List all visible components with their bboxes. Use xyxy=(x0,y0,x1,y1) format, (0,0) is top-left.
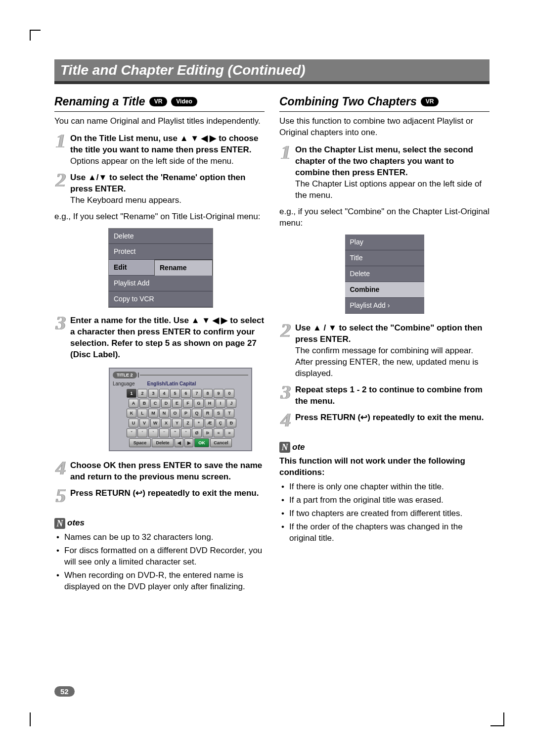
keyboard-key: O xyxy=(170,409,180,418)
left-heading: Renaming a Title xyxy=(54,94,145,109)
keyboard-title-underline xyxy=(140,375,248,376)
right-step-1-after: e.g., if you select "Combine" on the Cha… xyxy=(279,206,490,229)
note-item: Names can be up to 32 characters long. xyxy=(56,532,265,543)
keyboard-key: I xyxy=(216,399,225,408)
keyboard-cursor: | xyxy=(138,372,139,378)
keyboard-ok: OK xyxy=(194,438,209,447)
menu-item: Protect xyxy=(109,244,213,260)
keyboard-key: L xyxy=(137,409,147,418)
page-number: 52 xyxy=(54,686,75,697)
keyboard-key: 5 xyxy=(170,389,180,398)
left-intro: You can name Original and Playlist title… xyxy=(54,116,265,127)
badge-vr: VR xyxy=(421,97,439,106)
menu-item: Playlist Add › xyxy=(345,298,424,314)
keyboard-row: ABCDEFGHIJ xyxy=(117,399,248,408)
keyboard-key: Q xyxy=(192,409,202,418)
onscreen-keyboard: TITLE 2 | Language English/Latin Capital… xyxy=(109,368,252,452)
step-bold: Repeat steps 1 - 2 to continue to combin… xyxy=(295,385,483,406)
left-step-5: 5 Press RETURN (↩) repeatedly to exit th… xyxy=(54,488,265,504)
step-bold: On the Chapter List menu, select the sec… xyxy=(295,145,473,177)
keyboard-key: 4 xyxy=(159,389,169,398)
keyboard-key: G xyxy=(194,399,204,408)
keyboard-key: J xyxy=(226,399,236,408)
note-item: If the order of the chapters was changed… xyxy=(281,521,490,544)
note-icon: N xyxy=(279,442,290,453)
keyboard-right-arrow: ▶ xyxy=(184,438,193,447)
keyboard-key: D xyxy=(161,399,171,408)
page-title-bar: Title and Chapter Editing (Continued) xyxy=(54,59,490,84)
right-step-2: 2 Use ▲ / ▼ to select the "Combine" opti… xyxy=(279,323,490,379)
keyboard-key: C xyxy=(150,399,160,408)
note-item: When recording on DVD-R, the entered nam… xyxy=(56,570,265,593)
menu-item: Copy to VCR xyxy=(109,291,213,307)
keyboard-key: X xyxy=(161,419,171,427)
keyboard-row: KLMNOPQRST xyxy=(113,409,248,418)
left-step-2-after: e.g., If you select "Rename" on Title Li… xyxy=(54,211,265,223)
left-step-2: 2 Use ▲/▼ to select the 'Rename' option … xyxy=(54,172,265,206)
keyboard-key: K xyxy=(127,409,136,418)
right-note-intro: This function will not work under the fo… xyxy=(279,456,490,478)
keyboard-key: ¨ xyxy=(159,428,169,437)
keyboard-delete: Delete xyxy=(152,438,174,447)
menu-item-selected: Combine xyxy=(345,282,424,298)
step-number: 1 xyxy=(54,133,67,167)
right-step-4: 4 Press RETURN (↩) repeatedly to exit th… xyxy=(279,412,490,428)
keyboard-key: 6 xyxy=(181,389,191,398)
combine-context-menu: Play Title Delete Combine Playlist Add › xyxy=(345,235,424,313)
keyboard-key: ´ xyxy=(137,428,147,437)
keyboard-key: 1 xyxy=(127,389,136,398)
keyboard-key: 2 xyxy=(137,389,147,398)
step-bold: Enter a name for the title. Use ▲ ▼ ◀ ▶ … xyxy=(70,316,264,359)
keyboard-key: A xyxy=(129,399,138,408)
page-title: Title and Chapter Editing (Continued) xyxy=(60,62,306,78)
step-plain: The Keyboard menu appears. xyxy=(70,195,181,205)
keyboard-key: H xyxy=(205,399,215,408)
keyboard-key: N xyxy=(159,409,169,418)
keyboard-row: ˇ´`¨˜ˆØÞ«» xyxy=(113,428,248,437)
keyboard-key: R xyxy=(203,409,213,418)
keyboard-key: W xyxy=(150,419,160,427)
note-item: If there is only one chapter within the … xyxy=(281,481,490,493)
keyboard-key: M xyxy=(148,409,158,418)
note-icon: N xyxy=(54,518,65,529)
step-bold: Press RETURN (↩) repeatedly to exit the … xyxy=(295,413,484,422)
keyboard-bottom-row: Space Delete ◀ ▶ OK Cancel xyxy=(113,438,248,447)
right-notes-list: If there is only one chapter within the … xyxy=(279,481,490,544)
keyboard-key: Þ xyxy=(203,428,213,437)
keyboard-key: * xyxy=(194,419,204,427)
keyboard-cancel: Cancel xyxy=(210,438,232,447)
keyboard-key: 7 xyxy=(192,389,202,398)
keyboard-key: Z xyxy=(183,419,193,427)
step-number: 2 xyxy=(54,172,67,206)
keyboard-key: » xyxy=(224,428,234,437)
keyboard-key: E xyxy=(172,399,182,408)
step-plain: The Chapter List options appear on the l… xyxy=(295,179,482,200)
left-notes-list: Names can be up to 32 characters long. F… xyxy=(54,532,265,593)
keyboard-language-row: Language English/Latin Capital xyxy=(113,380,248,387)
keyboard-key: 3 xyxy=(148,389,158,398)
keyboard-key: Æ xyxy=(205,419,215,427)
keyboard-key: ˆ xyxy=(181,428,191,437)
step-bold: Use ▲/▼ to select the 'Rename' option th… xyxy=(70,173,245,193)
left-heading-row: Renaming a Title VR Video xyxy=(54,94,265,112)
menu-item: Play xyxy=(345,235,424,250)
menu-item: Title xyxy=(345,250,424,266)
step-number: 4 xyxy=(54,460,67,483)
keyboard-key: U xyxy=(129,419,138,427)
menu-item: Delete xyxy=(345,266,424,282)
keyboard-key: ˜ xyxy=(170,428,180,437)
right-intro: Use this function to combine two adjacen… xyxy=(279,116,490,139)
step-number: 1 xyxy=(279,144,292,201)
keyboard-key: Y xyxy=(172,419,182,427)
step-plain: Options appear on the left side of the m… xyxy=(70,156,234,166)
right-step-1: 1 On the Chapter List menu, select the s… xyxy=(279,144,490,201)
keyboard-key: ` xyxy=(148,428,158,437)
keyboard-key: ˇ xyxy=(127,428,136,437)
step-number: 3 xyxy=(279,384,292,407)
right-heading-row: Combining Two Chapters VR xyxy=(279,94,490,112)
keyboard-key: 8 xyxy=(203,389,213,398)
left-column: Renaming a Title VR Video You can name O… xyxy=(54,94,265,595)
menu-item: Delete xyxy=(109,229,213,244)
badge-vr: VR xyxy=(149,97,168,106)
note-item: For discs formatted on a different DVD R… xyxy=(56,545,265,568)
